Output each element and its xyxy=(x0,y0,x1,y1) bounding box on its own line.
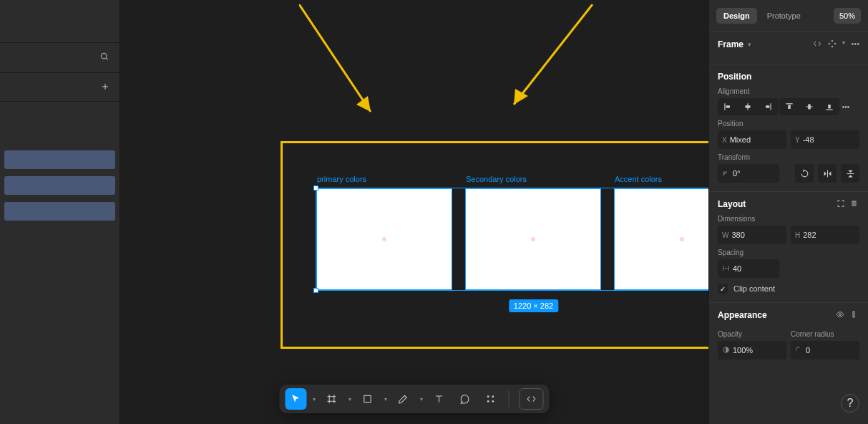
toolbar-separator xyxy=(509,390,509,408)
canvas[interactable]: primary colors Secondary colors Accent c… xyxy=(120,0,708,424)
align-more-button[interactable]: ••• xyxy=(841,103,851,111)
layer-item[interactable] xyxy=(4,202,115,221)
svg-point-17 xyxy=(487,400,489,403)
flip-vertical-button[interactable] xyxy=(841,164,859,183)
layer-item[interactable] xyxy=(4,176,115,195)
annotation-arrow-left xyxy=(299,4,385,126)
zoom-value: 50% xyxy=(839,11,855,20)
align-vcenter-button[interactable] xyxy=(799,98,819,115)
chevron-down-icon[interactable]: ▾ xyxy=(347,396,353,403)
actions-tool[interactable] xyxy=(480,388,502,410)
autolayout-icon[interactable] xyxy=(851,199,859,209)
layout-title: Layout xyxy=(718,199,746,209)
add-layer-row xyxy=(0,73,120,102)
frame-label[interactable]: Accent colors xyxy=(615,175,662,183)
plus-icon[interactable] xyxy=(101,81,109,94)
rotate-90-button[interactable] xyxy=(795,164,814,183)
checkbox-checked-icon[interactable]: ✓ xyxy=(718,284,728,294)
svg-rect-19 xyxy=(832,40,834,42)
pen-tool[interactable] xyxy=(393,388,414,410)
width-field[interactable]: W380 xyxy=(718,226,786,244)
tab-design[interactable]: Design xyxy=(716,8,757,24)
settings-icon[interactable] xyxy=(851,310,859,320)
left-panel xyxy=(0,0,120,424)
opacity-field[interactable]: 100% xyxy=(718,341,786,360)
align-right-button[interactable] xyxy=(758,98,778,115)
autolayout-collapse-icon[interactable] xyxy=(837,199,845,209)
svg-point-46 xyxy=(839,314,842,316)
clip-content-row[interactable]: ✓ Clip content xyxy=(718,284,859,294)
svg-rect-41 xyxy=(852,201,854,206)
chevron-down-icon[interactable]: ▾ xyxy=(419,396,424,403)
code-icon[interactable] xyxy=(812,39,822,49)
frame-secondary-colors[interactable]: Secondary colors xyxy=(465,188,601,290)
rotation-field[interactable]: 0° xyxy=(718,164,779,183)
dev-mode-button[interactable] xyxy=(520,388,544,410)
corner-radius-field[interactable]: 0 xyxy=(791,341,859,360)
left-panel-header xyxy=(0,0,120,43)
frame-label[interactable]: Secondary colors xyxy=(466,175,527,183)
svg-rect-24 xyxy=(726,105,730,108)
dimensions-label: Dimensions xyxy=(718,215,859,223)
spacing-icon xyxy=(722,264,730,274)
angle-icon xyxy=(722,169,730,178)
svg-line-6 xyxy=(514,4,593,105)
height-field[interactable]: H282 xyxy=(791,226,859,244)
align-hcenter-button[interactable] xyxy=(738,98,758,115)
selection-size-badge: 1220 × 282 xyxy=(509,299,558,312)
spacing-field[interactable]: 40 xyxy=(718,259,779,278)
chevron-down-icon[interactable]: ▾ xyxy=(842,39,845,49)
comment-tool[interactable] xyxy=(454,388,476,410)
component-icon[interactable] xyxy=(828,39,837,49)
zoom-control[interactable]: 50% xyxy=(834,8,861,24)
selection-handle[interactable] xyxy=(313,288,318,293)
flip-horizontal-button[interactable] xyxy=(818,164,837,183)
tab-prototype[interactable]: Prototype xyxy=(760,8,808,24)
frame-tool[interactable] xyxy=(321,388,343,410)
text-tool[interactable] xyxy=(429,388,450,410)
svg-point-0 xyxy=(101,53,107,59)
layout-section: Layout Dimensions W380 H282 Spacing 40 ✓ xyxy=(709,191,868,302)
align-bottom-button[interactable] xyxy=(819,98,839,115)
transform-label: Transform xyxy=(718,153,859,161)
svg-point-15 xyxy=(487,395,489,398)
svg-line-4 xyxy=(299,4,371,112)
svg-rect-32 xyxy=(808,105,811,110)
opacity-icon xyxy=(722,346,730,355)
rectangle-tool[interactable] xyxy=(357,388,379,410)
selection-group[interactable]: primary colors Secondary colors Accent c… xyxy=(316,188,751,290)
help-button[interactable]: ? xyxy=(841,394,859,413)
frame-center-dot xyxy=(680,237,684,241)
chevron-down-icon[interactable]: ▾ xyxy=(748,41,751,48)
align-top-button[interactable] xyxy=(779,98,799,115)
right-panel: Design Prototype 50% Frame ▾ ▾ ••• xyxy=(708,0,868,424)
svg-point-18 xyxy=(492,400,494,403)
svg-rect-12 xyxy=(364,395,371,402)
layer-item[interactable] xyxy=(4,150,115,169)
svg-rect-21 xyxy=(829,43,831,45)
more-icon[interactable]: ••• xyxy=(851,39,859,49)
frame-primary-colors[interactable]: primary colors xyxy=(316,188,452,290)
chevron-down-icon[interactable]: ▾ xyxy=(311,396,317,403)
search-icon[interactable] xyxy=(99,52,109,64)
corner-label: Corner radius xyxy=(791,330,859,338)
align-left-button[interactable] xyxy=(718,98,738,115)
bottom-toolbar: ▾ ▾ ▾ ▾ xyxy=(280,385,550,413)
svg-rect-47 xyxy=(853,312,854,317)
selection-handle[interactable] xyxy=(313,186,318,191)
svg-marker-5 xyxy=(356,96,371,112)
alignment-label: Alignment xyxy=(718,87,859,95)
clip-content-label: Clip content xyxy=(733,284,775,293)
frame-label[interactable]: primary colors xyxy=(317,175,366,183)
svg-marker-37 xyxy=(829,171,831,176)
y-field[interactable]: Y-48 xyxy=(791,130,859,149)
svg-line-1 xyxy=(106,58,108,60)
chevron-down-icon[interactable]: ▾ xyxy=(383,396,389,403)
frame-title[interactable]: Frame xyxy=(718,39,743,49)
eye-icon[interactable] xyxy=(835,310,845,320)
spacing-label: Spacing xyxy=(718,249,859,256)
appearance-section: Appearance Opacity 100% Corner radius xyxy=(709,302,868,368)
x-field[interactable]: XMixed xyxy=(718,130,786,149)
svg-rect-28 xyxy=(766,105,769,108)
move-tool[interactable] xyxy=(286,388,307,410)
